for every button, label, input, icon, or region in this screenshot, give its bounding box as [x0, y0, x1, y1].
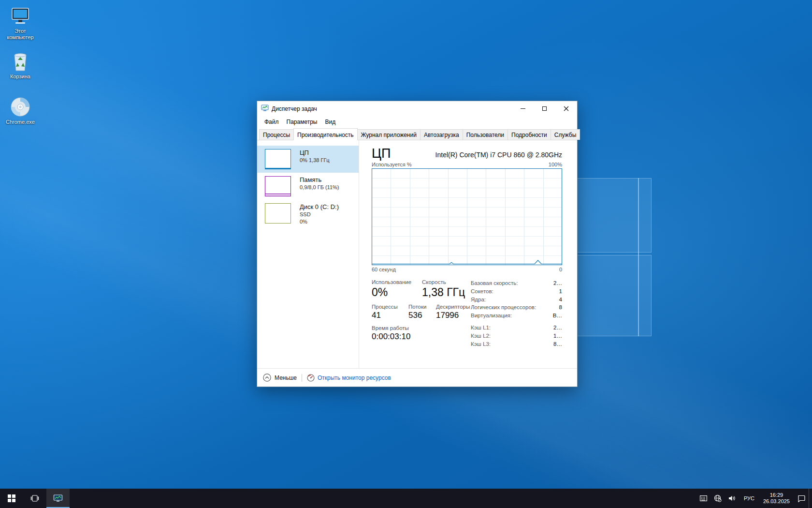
open-resource-monitor-link[interactable]: Открыть монитор ресурсов — [307, 374, 391, 382]
minimize-button[interactable] — [512, 101, 534, 116]
detail-label: Виртуализация: — [471, 312, 512, 320]
footer-separator — [302, 374, 302, 382]
wallpaper-window-pane — [575, 255, 652, 336]
cpu-mini-graph — [265, 149, 291, 169]
globe-no-internet-icon — [714, 494, 722, 502]
detail-label: Кэш L1: — [471, 324, 491, 332]
uptime-value: 0:00:03:10 — [372, 332, 471, 342]
sidebar-item-cpu[interactable]: ЦП 0% 1,38 ГГц — [257, 146, 359, 173]
touch-keyboard-button[interactable] — [696, 489, 710, 508]
windows-logo-icon — [8, 494, 15, 502]
detail-value: 2… — [553, 279, 562, 287]
processes-label: Процессы — [372, 304, 408, 310]
handles-value: 17996 — [436, 311, 470, 320]
fewer-details-button[interactable]: Меньше — [263, 374, 297, 382]
title-bar[interactable]: Диспетчер задач — [257, 101, 577, 116]
task-view-button[interactable] — [23, 489, 46, 508]
sidebar-disk-sub2: 0% — [300, 219, 339, 225]
sidebar-item-memory[interactable]: Память 0,9/8,0 ГБ (11%) — [257, 173, 359, 200]
cpu-details-block: Базовая скорость:2… Сокетов:1 Ядра:4 Лог… — [471, 279, 562, 348]
desktop-icon-label: Chrome.exe — [2, 119, 39, 125]
tab-performance[interactable]: Производительность — [293, 128, 357, 140]
minimize-icon — [521, 108, 525, 109]
desktop-icon-label: Этот компьютер — [2, 28, 39, 41]
speed-label: Скорость — [422, 279, 465, 285]
cpu-performance-panel: ЦП Intel(R) Core(TM) i7 CPU 860 @ 2.80GH… — [359, 140, 577, 368]
uptime-label: Время работы — [372, 325, 471, 331]
graph-ylabel: Используется % — [372, 162, 412, 167]
volume-button[interactable] — [725, 489, 740, 508]
usage-label: Использование — [372, 279, 422, 285]
detail-value: 8… — [553, 340, 562, 348]
taskbar: РУС 16:29 26.03.2025 — [0, 489, 812, 508]
tab-app-history[interactable]: Журнал приложений — [357, 129, 420, 140]
tab-services[interactable]: Службы — [551, 129, 580, 140]
taskbar-clock[interactable]: 16:29 26.03.2025 — [759, 489, 794, 508]
close-button[interactable] — [555, 101, 577, 116]
sidebar-disk-sub1: SSD — [300, 211, 339, 218]
menu-view[interactable]: Вид — [321, 118, 339, 126]
maximize-icon — [542, 106, 547, 111]
this-pc-icon — [2, 6, 39, 26]
desktop-icon-chrome-exe[interactable]: Chrome.exe — [2, 97, 39, 125]
memory-mini-graph — [265, 176, 291, 196]
desktop-icon-label: Корзина — [2, 74, 39, 80]
menu-bar: Файл Параметры Вид — [257, 116, 577, 127]
window-title: Диспетчер задач — [272, 105, 317, 112]
task-view-icon — [30, 494, 39, 502]
detail-label: Сокетов: — [471, 287, 493, 296]
wallpaper-window-pane-edge — [638, 178, 639, 336]
tab-users[interactable]: Пользователи — [463, 129, 508, 140]
speaker-icon — [728, 495, 736, 502]
desktop: Этот компьютер Корзина Chrome.exe — [0, 0, 812, 508]
menu-file[interactable]: Файл — [261, 118, 283, 126]
detail-label: Базовая скорость: — [471, 279, 518, 287]
detail-label: Ядра: — [471, 296, 486, 304]
speed-value: 1,38 ГГц — [422, 286, 465, 299]
show-desktop-button[interactable] — [809, 489, 812, 508]
tab-details[interactable]: Подробности — [508, 129, 551, 140]
panel-heading: ЦП — [372, 146, 391, 161]
sidebar-memory-title: Память — [300, 176, 339, 183]
wallpaper-window-pane — [575, 178, 652, 253]
sidebar-cpu-sub: 0% 1,38 ГГц — [300, 157, 330, 164]
tab-startup[interactable]: Автозагрузка — [420, 129, 463, 140]
maximize-button[interactable] — [534, 101, 555, 116]
cpu-usage-line — [372, 169, 562, 265]
performance-sidebar: ЦП 0% 1,38 ГГц Память 0,9/8,0 ГБ (11%) — [257, 140, 359, 368]
graph-ymax: 100% — [549, 162, 562, 167]
detail-label: Кэш L3: — [471, 340, 491, 348]
detail-value: 1 — [559, 287, 562, 296]
tab-processes[interactable]: Процессы — [259, 129, 294, 140]
language-indicator[interactable]: РУС — [740, 489, 759, 508]
cpu-usage-graph — [372, 168, 562, 265]
threads-label: Потоки — [408, 304, 436, 310]
menu-options[interactable]: Параметры — [283, 118, 321, 126]
task-manager-taskbar-icon — [53, 494, 63, 503]
start-button[interactable] — [0, 489, 23, 508]
usage-value: 0% — [372, 286, 422, 299]
disk-mini-graph — [265, 203, 291, 224]
clock-time: 16:29 — [763, 492, 790, 498]
clock-date: 26.03.2025 — [763, 498, 790, 505]
tab-strip: Процессы Производительность Журнал прило… — [257, 127, 577, 140]
graph-xmin: 0 — [559, 267, 562, 272]
network-status-button[interactable] — [710, 489, 725, 508]
detail-label: Логических процессоров: — [471, 303, 536, 312]
detail-value: 8 — [559, 303, 562, 312]
desktop-icon-this-pc[interactable]: Этот компьютер — [2, 6, 39, 41]
detail-label: Кэш L2: — [471, 332, 491, 340]
resource-monitor-icon — [307, 374, 315, 382]
disc-icon — [2, 97, 39, 117]
cpu-stats-block: Использование 0% Скорость 1,38 ГГц Проце… — [372, 279, 471, 348]
sidebar-item-disk0[interactable]: Диск 0 (C: D:) SSD 0% — [257, 200, 359, 228]
desktop-icon-recycle-bin[interactable]: Корзина — [2, 51, 39, 80]
chevron-up-circle-icon — [263, 374, 271, 382]
close-icon — [564, 106, 569, 111]
sidebar-disk-title: Диск 0 (C: D:) — [300, 203, 339, 210]
taskbar-task-manager-button[interactable] — [46, 489, 70, 508]
action-center-button[interactable] — [794, 489, 809, 508]
window-footer: Меньше Открыть монитор ресурсов — [257, 368, 577, 387]
detail-value: 4 — [559, 296, 562, 304]
threads-value: 536 — [408, 311, 436, 320]
